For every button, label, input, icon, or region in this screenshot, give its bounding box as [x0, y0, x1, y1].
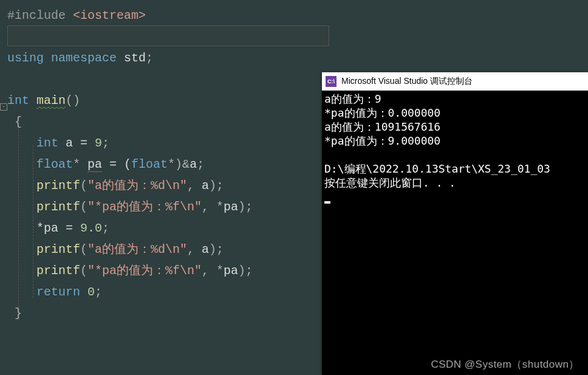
code-line: #include <iostream>	[7, 5, 588, 26]
code-line: using namespace std;	[7, 47, 588, 69]
code-line	[7, 26, 588, 47]
console-output: a的值为：9 *pa的值为：0.000000 a的值为：1091567616 *…	[322, 91, 588, 205]
vs-icon: C:\	[326, 76, 337, 87]
console-title: Microsoft Visual Studio 调试控制台	[341, 76, 473, 87]
watermark: CSDN @System（shutdown）	[431, 357, 579, 371]
cursor-icon	[324, 201, 330, 204]
debug-console-window[interactable]: C:\ Microsoft Visual Studio 调试控制台 a的值为：9…	[322, 72, 588, 375]
console-titlebar[interactable]: C:\ Microsoft Visual Studio 调试控制台	[322, 72, 588, 91]
